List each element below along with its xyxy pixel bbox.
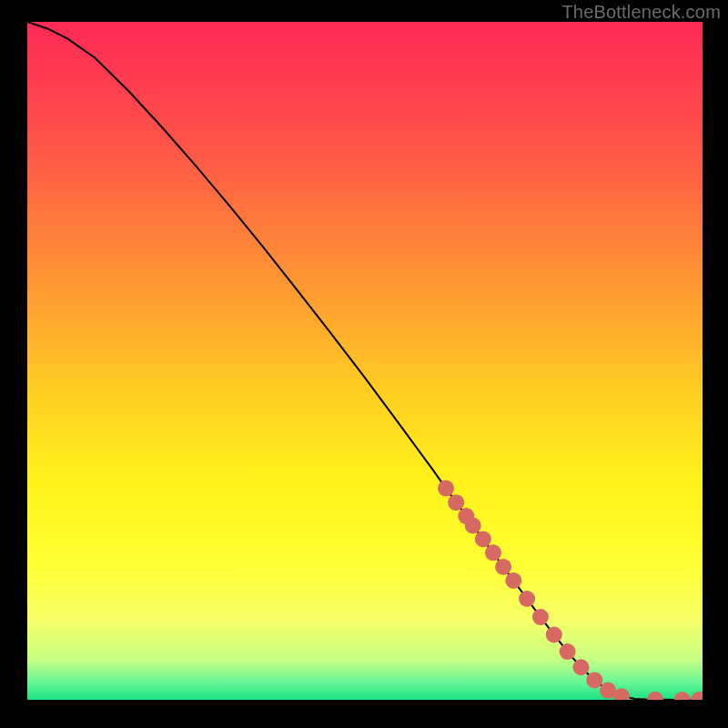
data-point bbox=[691, 692, 707, 708]
data-point bbox=[465, 518, 481, 534]
data-point bbox=[519, 591, 535, 607]
data-point bbox=[546, 626, 562, 642]
data-point bbox=[475, 531, 491, 547]
data-point bbox=[495, 559, 511, 575]
data-point bbox=[572, 659, 589, 675]
data-point bbox=[674, 692, 691, 708]
data-point bbox=[448, 494, 464, 511]
data-point bbox=[647, 692, 663, 708]
data-point bbox=[532, 609, 549, 625]
chart-stage: TheBottleneck.com bbox=[0, 0, 728, 728]
plot-background bbox=[27, 22, 703, 700]
data-point bbox=[505, 572, 521, 589]
watermark-label: TheBottleneck.com bbox=[561, 2, 721, 23]
data-point bbox=[613, 688, 630, 704]
data-point bbox=[586, 672, 602, 688]
chart-svg bbox=[0, 0, 728, 728]
data-point bbox=[560, 643, 576, 660]
data-point bbox=[438, 480, 454, 497]
data-point bbox=[485, 544, 501, 561]
